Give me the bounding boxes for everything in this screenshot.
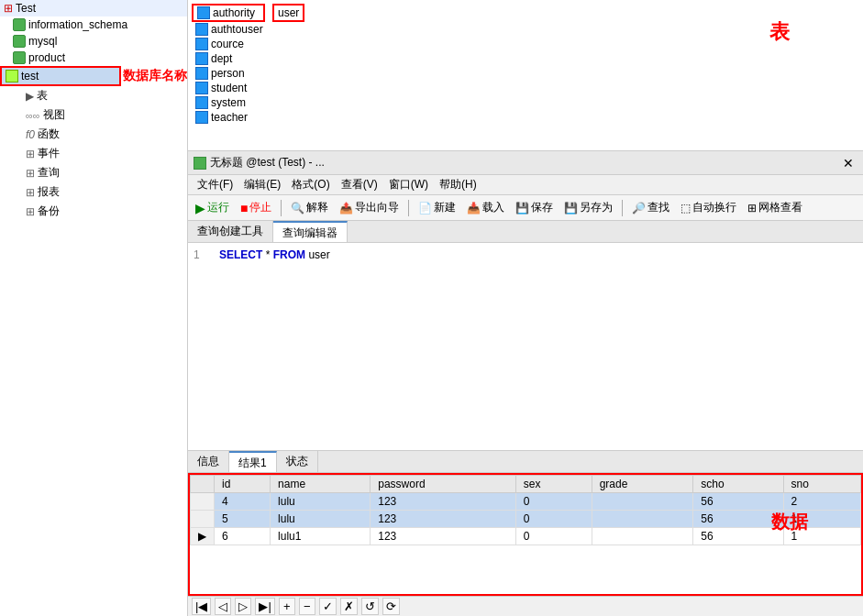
col-header-password[interactable]: password — [371, 476, 516, 493]
close-button[interactable]: ✕ — [839, 156, 857, 170]
table-icon-authtouser — [195, 23, 208, 36]
table-icon-dept — [195, 52, 208, 65]
cancel-button[interactable]: ✗ — [340, 598, 358, 615]
tab-query-builder[interactable]: 查询创建工具 — [188, 221, 273, 242]
find-button[interactable]: 🔎 查找 — [628, 198, 673, 217]
import-button[interactable]: 📥 载入 — [463, 198, 508, 217]
stop-icon: ■ — [240, 201, 248, 215]
table-item-system[interactable]: system — [192, 95, 304, 110]
save-as-button[interactable]: 💾 另存为 — [560, 198, 616, 217]
col-header-scho[interactable]: scho — [693, 476, 783, 493]
table-row[interactable]: 5 lulu 123 0 56 1 — [191, 511, 861, 528]
explain-button[interactable]: 🔍 解释 — [287, 198, 332, 217]
stop-button[interactable]: ■ 停止 — [237, 198, 275, 217]
cell-name-2: lulu — [271, 511, 371, 528]
nav-next-button[interactable]: ▷ — [235, 598, 251, 615]
sidebar-item-events[interactable]: ⊞ 事件 — [0, 144, 187, 163]
cell-scho-1: 56 — [693, 493, 783, 511]
sql-keyword-from: FROM — [273, 248, 305, 261]
auto-run-label: 自动换行 — [692, 200, 736, 215]
table-item-authtouser[interactable]: authtouser — [192, 22, 304, 37]
menu-window[interactable]: 窗口(W) — [383, 176, 434, 193]
sidebar-item-info-schema[interactable]: information_schema — [0, 16, 187, 33]
check-button[interactable]: ✓ — [319, 598, 337, 615]
col-header-name[interactable]: name — [271, 476, 371, 493]
sidebar-item-queries[interactable]: ⊞ 查询 — [0, 163, 187, 182]
nav-prev-button[interactable]: ◁ — [215, 598, 231, 615]
db-icon-info — [13, 18, 26, 31]
table-item-dept[interactable]: dept — [192, 51, 304, 66]
explain-label: 解释 — [306, 200, 328, 215]
query-titlebar: 无标题 @test (Test) - ... ✕ — [188, 151, 863, 175]
tab-query-editor[interactable]: 查询编辑器 — [273, 221, 348, 242]
table-annotation: 表 — [769, 18, 790, 46]
nav-first-button[interactable]: |◀ — [192, 598, 211, 615]
backup-label: 备份 — [38, 204, 60, 219]
cell-grade-1 — [592, 493, 693, 511]
save-label: 保存 — [531, 200, 553, 215]
report-icon: ⊞ — [26, 186, 35, 199]
run-button[interactable]: ▶ 运行 — [192, 198, 233, 217]
sidebar-item-reports[interactable]: ⊞ 报表 — [0, 182, 187, 202]
cell-password-3: 123 — [371, 528, 516, 545]
grid-icon: ⊞ — [747, 202, 757, 214]
sidebar-item-views[interactable]: ∞∞ 视图 — [0, 105, 187, 125]
cell-id-1: 4 — [215, 493, 271, 511]
table-item-authority[interactable]: authority — [192, 4, 265, 22]
table-item-student[interactable]: student — [192, 81, 304, 95]
line-numbers: 1 — [194, 248, 208, 445]
table-row[interactable]: 4 lulu 123 0 56 2 — [191, 493, 861, 511]
user-table-highlight[interactable]: user — [272, 4, 304, 22]
explain-icon: 🔍 — [291, 202, 304, 214]
code-area[interactable]: 1 SELECT * FROM user — [188, 243, 863, 450]
sidebar-item-test[interactable]: test — [0, 66, 121, 86]
menu-help[interactable]: 帮助(H) — [434, 176, 482, 193]
cell-scho-2: 56 — [693, 511, 783, 528]
col-header-id[interactable]: id — [215, 476, 271, 493]
export-button[interactable]: 📤 导出向导 — [336, 198, 403, 217]
events-label: 事件 — [38, 146, 60, 161]
grid-button[interactable]: ⊞ 网格查看 — [744, 198, 806, 217]
table-item-person[interactable]: person — [192, 66, 304, 81]
refresh-button[interactable]: ↺ — [361, 598, 379, 615]
sidebar-item-mysql[interactable]: mysql — [0, 33, 187, 50]
col-header-grade[interactable]: grade — [592, 476, 693, 493]
add-row-button[interactable]: + — [279, 598, 295, 615]
tab-info[interactable]: 信息 — [188, 451, 229, 472]
cell-id-2: 5 — [215, 511, 271, 528]
new-button[interactable]: 📄 新建 — [415, 198, 459, 217]
sidebar-item-backup[interactable]: ⊞ 备份 — [0, 202, 187, 221]
tab-result1[interactable]: 结果1 — [229, 451, 277, 472]
sidebar-item-product[interactable]: product — [0, 50, 187, 66]
cell-grade-3 — [592, 528, 693, 545]
reload-button[interactable]: ⟳ — [382, 598, 400, 615]
table-item-cource[interactable]: cource — [192, 37, 304, 51]
menu-file[interactable]: 文件(F) — [192, 176, 238, 193]
row-indicator-2 — [191, 511, 215, 528]
delete-row-button[interactable]: − — [299, 598, 315, 615]
save-button[interactable]: 💾 保存 — [512, 198, 557, 217]
query-icon: ⊞ — [26, 167, 35, 180]
cell-sex-3: 0 — [515, 528, 592, 545]
sidebar-item-tables[interactable]: ▶ 表 — [0, 86, 187, 105]
table-panel-wrapper: authority user authtouser cource — [188, 0, 863, 151]
query-window-icon — [194, 157, 206, 170]
menu-edit[interactable]: 编辑(E) — [238, 176, 286, 193]
save-as-label: 另存为 — [580, 200, 613, 215]
col-header-sex[interactable]: sex — [515, 476, 592, 493]
cell-id-3: 6 — [215, 528, 271, 545]
menu-format[interactable]: 格式(O) — [286, 176, 335, 193]
menu-bar: 文件(F) 编辑(E) 格式(O) 查看(V) 窗口(W) 帮助(H) — [188, 175, 863, 195]
table-item-teacher[interactable]: teacher — [192, 110, 304, 125]
table-row[interactable]: ▶ 6 lulu1 123 0 56 1 — [191, 528, 861, 545]
auto-run-button[interactable]: ⬚ 自动换行 — [677, 198, 740, 217]
menu-view[interactable]: 查看(V) — [336, 176, 383, 193]
col-header-sno[interactable]: sno — [783, 476, 860, 493]
sidebar-item-root-test[interactable]: ⊞ Test — [0, 0, 187, 16]
tab-status[interactable]: 状态 — [277, 451, 318, 472]
sql-code[interactable]: SELECT * FROM user — [219, 248, 857, 445]
table-name-dept: dept — [211, 52, 232, 65]
sidebar-item-functions[interactable]: f0 函数 — [0, 125, 187, 144]
nav-last-button[interactable]: ▶| — [255, 598, 274, 615]
result-table-container[interactable]: id name password sex grade scho sno 4 — [188, 473, 863, 596]
